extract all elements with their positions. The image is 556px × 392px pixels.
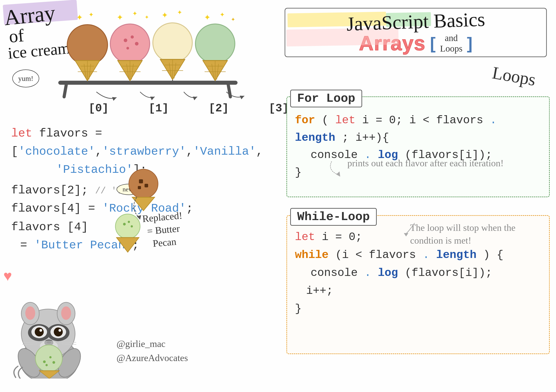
for-length: . <box>490 114 497 127</box>
svg-rect-55 <box>145 184 148 187</box>
svg-point-32 <box>153 23 192 62</box>
bracket-open: [ <box>11 145 18 158</box>
while-init: i = 0; <box>322 231 362 243</box>
svg-point-19 <box>131 35 134 38</box>
val-vanilla: 'Vanilla' <box>193 145 256 158</box>
comma-2: , <box>186 145 193 158</box>
svg-text:✦: ✦ <box>204 13 211 22</box>
svg-text:✦: ✦ <box>145 14 149 20</box>
flavors-access: flavors[2]; <box>11 184 95 197</box>
while-increment: i++; <box>306 284 333 297</box>
svg-text:✦: ✦ <box>116 13 123 22</box>
kw-let-for: let <box>335 114 355 127</box>
comma-3: , <box>256 145 263 158</box>
flavors-4: flavors[4] = <box>11 202 102 215</box>
code-line-1: let flavors = <box>11 125 263 142</box>
and-label: and <box>445 33 458 43</box>
svg-rect-56 <box>138 186 141 189</box>
svg-point-87 <box>49 356 52 358</box>
arrays-label: Arrays <box>359 32 425 55</box>
for-loop-annotation: prints out each flavor after each iterat… <box>347 157 503 170</box>
val-chocolate: 'chocolate' <box>18 145 95 158</box>
kw-let-while: let <box>295 231 315 243</box>
while-log-args: (flavors[i]); <box>405 267 492 279</box>
svg-text:✦: ✦ <box>89 11 94 18</box>
heart-icon: ♥ <box>3 268 12 284</box>
svg-text:✦: ✦ <box>220 11 225 18</box>
while-annotation-arrow <box>399 221 421 239</box>
while-loop-label: While-Loop <box>290 208 377 226</box>
svg-point-71 <box>61 306 71 320</box>
equals-2: = <box>20 239 34 252</box>
kw-length-while: length <box>436 249 476 261</box>
raccoon-illustration <box>5 282 99 378</box>
svg-point-53 <box>129 169 158 198</box>
svg-rect-54 <box>139 179 143 183</box>
while-cond: (i < flavors <box>335 249 416 261</box>
bracket-close-label: ] <box>467 34 473 53</box>
keyword-let-1: let <box>11 127 32 140</box>
for-paren: ( <box>322 114 329 127</box>
svg-point-21 <box>126 47 129 50</box>
code-text-1: flavors = <box>39 127 102 140</box>
for-loop-label: For Loop <box>290 90 362 107</box>
dot-while: . <box>423 249 429 261</box>
svg-point-77 <box>54 327 63 336</box>
while-loop-annotation: The loop will stop when the condtion is … <box>410 222 540 247</box>
semi-1: ; <box>186 202 193 215</box>
flavors-4b: flavors [4] <box>11 221 88 234</box>
js-basics-box: JavaScript Basics Arrays [ and Loops ] <box>285 8 547 57</box>
svg-text:✦: ✦ <box>177 9 182 16</box>
while-line4: i++; <box>306 282 541 300</box>
svg-point-18 <box>124 38 127 42</box>
svg-point-86 <box>43 360 46 363</box>
svg-point-88 <box>53 361 55 364</box>
kw-for: for <box>295 114 315 127</box>
svg-rect-1 <box>62 83 68 99</box>
svg-point-17 <box>110 24 150 63</box>
comma-1: , <box>95 145 102 158</box>
val-strawberry: 'strawberry' <box>102 145 186 158</box>
svg-line-95 <box>62 344 76 345</box>
social-line-1: @girlie_mac <box>116 339 165 349</box>
index-2: [2] <box>209 102 229 115</box>
svg-point-70 <box>25 306 35 320</box>
svg-text:✦: ✦ <box>76 13 83 22</box>
while-brace: ) { <box>483 249 503 261</box>
svg-point-42 <box>195 24 235 63</box>
kw-length-1: length <box>295 131 335 144</box>
val-pistachio: 'Pistachio' <box>56 163 133 177</box>
svg-marker-96 <box>336 171 340 177</box>
svg-point-78 <box>39 329 42 332</box>
svg-text:✦: ✦ <box>161 11 168 20</box>
while-line3: console . log (flavors[i]); <box>311 264 541 282</box>
svg-marker-97 <box>404 233 408 237</box>
yum-bubble: yum! <box>12 69 39 87</box>
index-1: [1] <box>149 102 169 115</box>
console-2: console <box>311 267 358 279</box>
svg-point-85 <box>35 345 62 372</box>
social-handles: @girlie_mac @AzureAdvocates <box>116 337 188 365</box>
for-inc: ; i++){ <box>342 131 389 144</box>
array-title-line1: Array <box>3 0 56 30</box>
for-init: i = 0; i < flavors <box>362 114 483 127</box>
bracket-open-label: [ <box>430 34 436 53</box>
loops-small-label: Loops <box>440 43 463 54</box>
icecream-illustration: ✦ ✦ ✦ ✦ ✦ ✦ ✦ <box>52 9 258 105</box>
svg-rect-0 <box>58 81 238 85</box>
code-line-2: ['chocolate','strawberry','Vanilla', <box>11 144 263 160</box>
index-0: [0] <box>89 102 109 115</box>
svg-point-7 <box>67 25 108 65</box>
js-basics-title: JavaScript Basics <box>346 8 485 35</box>
social-line-2: @AzureAdvocates <box>116 353 188 363</box>
svg-point-89 <box>46 364 48 366</box>
indices-row: [0] [1] [2] [3] <box>89 102 289 115</box>
arrow-replaced <box>123 195 168 222</box>
while-line2: while (i < flavors . length ) { <box>295 246 541 264</box>
svg-text:✦: ✦ <box>231 16 235 23</box>
svg-marker-63 <box>116 238 139 252</box>
index-3: [3] <box>269 102 289 115</box>
while-line5: } <box>295 300 541 318</box>
svg-point-76 <box>35 327 44 336</box>
svg-point-79 <box>59 329 61 332</box>
